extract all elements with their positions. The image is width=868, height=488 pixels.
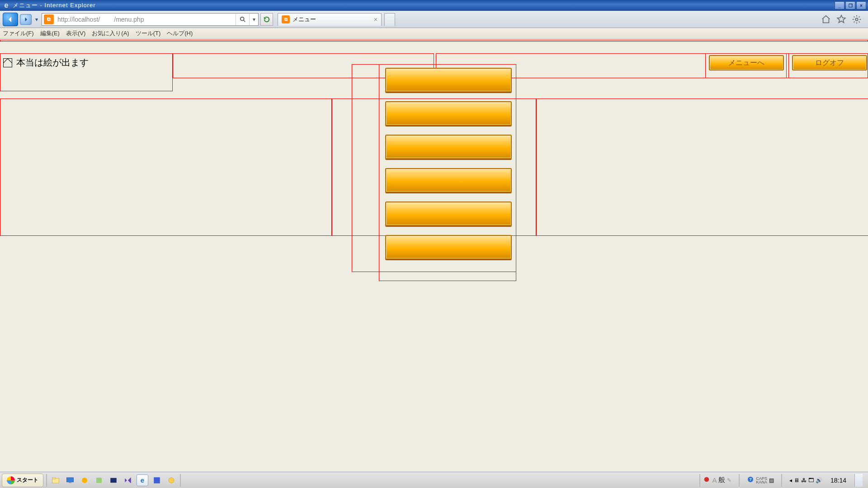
tray-icon[interactable]: 🗔: [808, 477, 814, 483]
nav-history-dropdown[interactable]: ▾: [33, 13, 40, 26]
menu-favorites[interactable]: お気に入り(A): [92, 29, 129, 38]
svg-text:?: ?: [750, 477, 752, 482]
menu-edit[interactable]: 編集(E): [40, 29, 60, 38]
tray-icon[interactable]: 🖥: [794, 477, 799, 483]
broken-image-icon: [3, 58, 12, 67]
layout-box: [0, 40, 868, 42]
window-titlebar: e メニュー - Internet Explorer _ ❐ ×: [0, 0, 868, 11]
start-button[interactable]: スタート: [2, 474, 43, 487]
menu-file[interactable]: ファイル(F): [3, 29, 34, 38]
svg-rect-5: [67, 478, 74, 482]
address-bar: ▾ ⧉ ▾ ⧉ メニュー ×: [0, 11, 868, 28]
tools-gear-icon[interactable]: [852, 14, 862, 24]
new-tab-button[interactable]: [384, 13, 395, 26]
nav-back-button[interactable]: [3, 13, 18, 26]
browser-tab[interactable]: ⧉ メニュー ×: [278, 13, 382, 26]
svg-line-1: [243, 20, 245, 22]
menu-option-4[interactable]: [385, 168, 512, 192]
app-icon-5[interactable]: [165, 474, 177, 486]
placeholder-text: 本当は絵が出ます: [16, 57, 89, 67]
menu-option-1[interactable]: [385, 68, 512, 92]
svg-rect-8: [96, 478, 102, 483]
taskbar: スタート e: [0, 472, 868, 488]
tab-close-icon[interactable]: ×: [374, 16, 377, 23]
desktop-icon[interactable]: [64, 474, 76, 486]
svg-rect-6: [69, 482, 71, 483]
show-desktop-button[interactable]: [854, 474, 863, 487]
system-tray: A 般 ✎ ? CAPS KANA ▤ ◂ 🖥 🖧 🗔 🔊 18:14: [703, 474, 866, 487]
app-icon-4[interactable]: [151, 474, 163, 486]
ime-alpha-label[interactable]: A: [712, 476, 717, 484]
home-icon[interactable]: [821, 14, 831, 24]
window-maximize-button[interactable]: ❐: [845, 1, 855, 9]
app-icon-2[interactable]: [93, 474, 105, 486]
menu-help[interactable]: ヘルプ(H): [167, 29, 193, 38]
ime-kind-label[interactable]: 般: [718, 476, 725, 484]
menu-option-3[interactable]: [385, 135, 512, 159]
app-icon-1[interactable]: [79, 474, 90, 486]
svg-rect-10: [154, 477, 160, 483]
windows-orb-icon: [7, 476, 15, 484]
address-input[interactable]: [56, 15, 236, 24]
taskbar-clock[interactable]: 18:14: [830, 477, 846, 484]
tray-icon[interactable]: [703, 476, 710, 484]
explorer-icon[interactable]: [50, 474, 61, 486]
app-icon-3[interactable]: [108, 474, 119, 486]
start-label: スタート: [17, 476, 38, 484]
menubar: ファイル(F) 編集(E) 表示(V) お気に入り(A) ツール(T) ヘルプ(…: [0, 28, 868, 39]
svg-point-2: [855, 18, 858, 21]
volume-icon[interactable]: 🔊: [816, 477, 822, 483]
visual-studio-icon[interactable]: [122, 474, 134, 486]
tray-icon[interactable]: 🖧: [801, 477, 807, 483]
nav-forward-button[interactable]: [20, 14, 32, 25]
refresh-button[interactable]: [260, 13, 273, 26]
tray-expand-icon[interactable]: ◂: [789, 477, 792, 483]
header-logo-box: 本当は絵が出ます: [0, 53, 173, 91]
page-viewport: 本当は絵が出ます メニューへ ログオフ: [0, 39, 868, 472]
svg-rect-4: [52, 478, 56, 479]
ime-pad-icon[interactable]: ▤: [769, 477, 774, 483]
svg-point-12: [704, 477, 709, 482]
svg-point-0: [240, 17, 244, 20]
menu-tools[interactable]: ツール(T): [136, 29, 161, 38]
menu-button[interactable]: メニューへ: [709, 55, 784, 70]
address-dropdown[interactable]: ▾: [249, 14, 258, 25]
kana-label: KANA: [756, 480, 767, 484]
logoff-button[interactable]: ログオフ: [792, 55, 867, 70]
search-icon[interactable]: [236, 14, 249, 25]
ie-icon: e: [2, 1, 11, 10]
xampp-icon: ⧉: [44, 14, 54, 24]
menu-option-5[interactable]: [385, 202, 512, 226]
layout-box: [536, 99, 868, 236]
ie-taskbar-icon[interactable]: e: [137, 474, 148, 486]
xampp-icon: ⧉: [282, 15, 290, 23]
menu-option-2[interactable]: [385, 101, 512, 126]
menu-view[interactable]: 表示(V): [66, 29, 85, 38]
quick-launch: e: [50, 474, 177, 486]
window-title: メニュー - Internet Explorer: [13, 1, 835, 9]
address-field-frame: ⧉ ▾: [42, 13, 259, 26]
svg-rect-9: [110, 478, 117, 483]
window-minimize-button[interactable]: _: [835, 1, 844, 9]
svg-point-11: [169, 478, 174, 483]
menu-option-6[interactable]: [385, 235, 512, 259]
tab-title: メニュー: [292, 15, 374, 23]
favorites-icon[interactable]: [836, 14, 846, 24]
layout-box: [0, 99, 332, 236]
svg-point-7: [82, 478, 87, 483]
help-icon[interactable]: ?: [747, 476, 754, 484]
window-close-button[interactable]: ×: [856, 1, 866, 9]
